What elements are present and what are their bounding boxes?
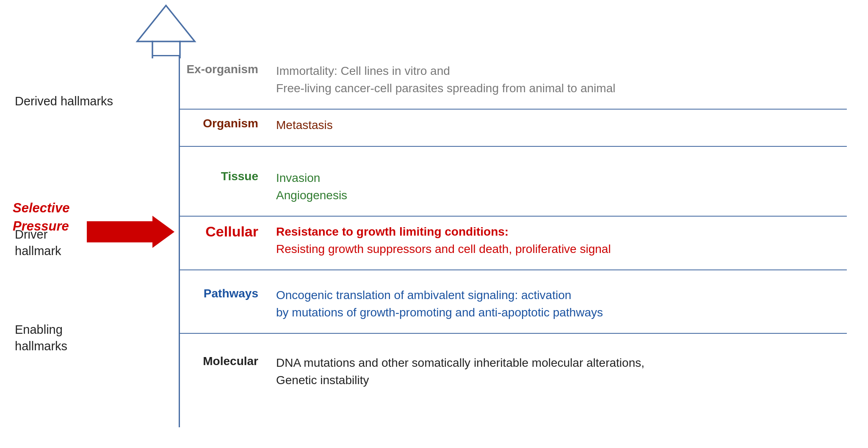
content-organism: Metastasis <box>263 109 847 142</box>
row-ex-organism: Ex-organism Immortality: Cell lines in v… <box>179 55 847 110</box>
label-enabling-hallmarks: Enablinghallmarks <box>15 322 67 355</box>
label-pathways: Pathways <box>179 279 263 300</box>
red-arrow <box>87 216 174 248</box>
arrow-body <box>87 221 152 242</box>
selective-pressure-label: SelectivePressure <box>13 199 69 236</box>
row-tissue: Tissue Invasion Angiogenesis <box>179 162 847 217</box>
axis-left-top <box>152 55 180 56</box>
label-cellular: Cellular <box>179 216 263 240</box>
row-pathways: Pathways Oncogenic translation of ambiva… <box>179 279 847 334</box>
label-organism: Organism <box>179 109 263 130</box>
content-molecular: DNA mutations and other somatically inhe… <box>263 347 847 396</box>
label-ex-organism: Ex-organism <box>179 55 263 76</box>
diagram-container: Derived hallmarks Driverhallmark Enablin… <box>0 0 868 448</box>
label-molecular: Molecular <box>179 347 263 368</box>
content-tissue: Invasion Angiogenesis <box>263 162 847 212</box>
label-tissue: Tissue <box>179 162 263 183</box>
arrow-head <box>152 216 174 248</box>
row-organism: Organism Metastasis <box>179 109 847 147</box>
up-arrow-icon <box>129 3 203 58</box>
label-derived-hallmarks: Derived hallmarks <box>15 93 113 110</box>
svg-marker-0 <box>137 5 195 41</box>
row-molecular: Molecular DNA mutations and other somati… <box>179 347 847 396</box>
content-cellular: Resistance to growth limiting conditions… <box>263 216 847 265</box>
content-pathways: Oncogenic translation of ambivalent sign… <box>263 279 847 329</box>
row-cellular: Cellular Resistance to growth limiting c… <box>179 216 847 270</box>
content-ex-organism: Immortality: Cell lines in vitro and Fre… <box>263 55 847 104</box>
